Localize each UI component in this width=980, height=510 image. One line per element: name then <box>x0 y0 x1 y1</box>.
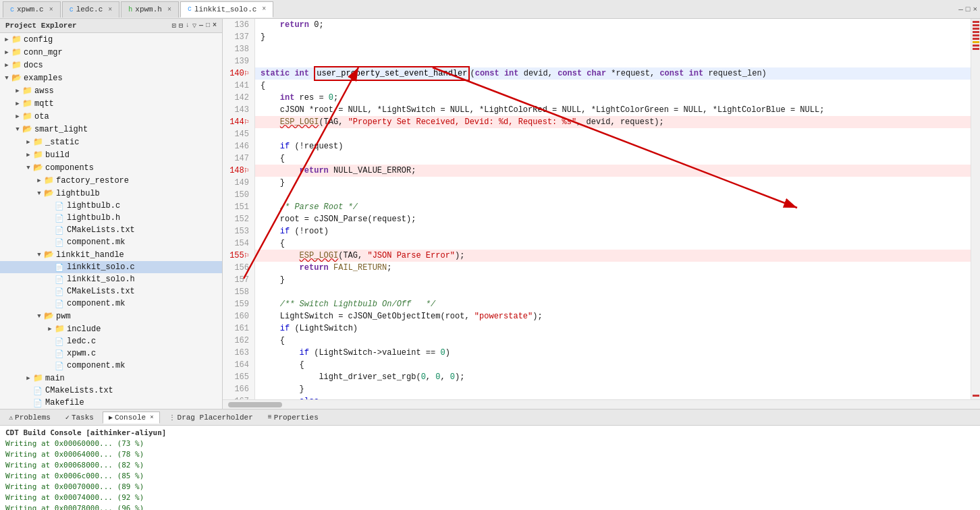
label-cmakelists_lh: CMakeLists.txt <box>67 287 135 296</box>
tab-tasks[interactable]: ✓ Tasks <box>59 412 100 424</box>
console-close-icon[interactable]: × <box>150 414 153 421</box>
sidebar-item-mqtt[interactable]: ▶ 📁 mqtt <box>0 97 222 110</box>
tab-xpwm-h[interactable]: h xpwm.h × <box>121 1 179 18</box>
sidebar-item-linkkit_handle[interactable]: ▼ 📂 linkkit_handle <box>0 248 222 261</box>
sidebar-header: Project Explorer ⊡ ⊟ ↓ ▽ — □ × <box>0 19 222 33</box>
horizontal-scrollbar[interactable] <box>223 399 980 409</box>
sidebar-item-include[interactable]: ▶ 📁 include <box>0 322 222 335</box>
code-line-158 <box>255 286 971 298</box>
ln-136: 136 <box>225 19 249 31</box>
sidebar-item-lightbulb[interactable]: ▼ 📂 lightbulb <box>0 187 222 200</box>
tab-close-linkkit-solo[interactable]: × <box>262 5 266 13</box>
sidebar-icon-2[interactable]: ⊟ <box>179 22 183 30</box>
sidebar-item-cmakelists_lb[interactable]: 📄 CMakeLists.txt <box>0 224 222 236</box>
sidebar-item-linkkit_solo_c[interactable]: 📄 linkkit_solo.c <box>0 261 222 273</box>
msi-2 <box>973 24 979 26</box>
label-components: components <box>45 163 94 173</box>
label-linkkit_solo_c: linkkit_solo.c <box>67 262 135 272</box>
console-line-6: Writing at 0x00078000... (96 %) <box>5 503 975 510</box>
code-line-141: { <box>255 80 971 92</box>
sidebar-icon-7[interactable]: × <box>213 22 217 30</box>
tab-close-xpwm-h[interactable]: × <box>167 6 171 13</box>
ln-138: 138 <box>225 43 249 55</box>
sidebar-item-linkkit_solo_h[interactable]: 📄 linkkit_solo.h <box>0 273 222 285</box>
arrow-components: ▼ <box>24 165 32 171</box>
sidebar-icon-4[interactable]: ▽ <box>192 22 196 30</box>
code-line-156: return FAIL_RETURN; <box>255 262 971 274</box>
sidebar-item-pwm[interactable]: ▼ 📂 pwm <box>0 310 222 322</box>
ln-137: 137 <box>225 31 249 43</box>
tab-icon-xpwm-c: c <box>10 6 14 13</box>
mini-scrollbar[interactable] <box>971 19 980 399</box>
tab-minimize-icon[interactable]: — <box>958 5 963 13</box>
tab-drag[interactable]: ⋮ Drag Placerholder <box>163 412 259 424</box>
sidebar-item-lightbulb_h[interactable]: 📄 lightbulb.h <box>0 212 222 224</box>
label-factory_restore: factory_restore <box>56 176 129 186</box>
arrow-smart_light: ▼ <box>13 126 22 133</box>
tab-close-icon[interactable]: × <box>973 5 977 13</box>
sidebar-item-conn_mgr[interactable]: ▶ 📁 conn_mgr <box>0 46 222 59</box>
tab-console-label: Console <box>115 414 146 422</box>
label-mqtt: mqtt <box>34 99 54 109</box>
label-linkkit_handle: linkkit_handle <box>56 250 124 260</box>
tab-maximize-icon[interactable]: □ <box>966 5 971 13</box>
msi-9 <box>973 48 979 50</box>
tab-problems[interactable]: ⚠ Problems <box>3 412 57 424</box>
folder-icon-awss: 📁 <box>22 86 32 96</box>
folder-icon-factory_restore: 📁 <box>43 175 54 186</box>
folder-icon-config: 📁 <box>11 34 22 45</box>
arrow-pwm: ▼ <box>35 313 43 320</box>
sidebar-item-makefile[interactable]: 📄 Makefile <box>0 397 222 409</box>
sidebar-icon-1[interactable]: ⊡ <box>172 22 176 30</box>
sidebar-item-factory_restore[interactable]: ▶ 📁 factory_restore <box>0 174 222 187</box>
sidebar-item-cmakelists_sl[interactable]: 📄 CMakeLists.txt <box>0 385 222 397</box>
code-line-155: ESP_LOGI(TAG, "JSON Parse Error"); <box>255 250 971 262</box>
code-line-136: return 0; <box>255 19 971 31</box>
tab-ledc-c[interactable]: c ledc.c × <box>62 1 120 18</box>
sidebar-item-config[interactable]: ▶ 📁 config <box>0 33 222 46</box>
label-lightbulb: lightbulb <box>56 189 100 198</box>
file-icon-cmakelists_lh: 📄 <box>54 287 65 296</box>
sidebar-icon-5[interactable]: — <box>199 22 203 30</box>
sidebar-item-ledc_c[interactable]: 📄 ledc.c <box>0 335 222 347</box>
code-area[interactable]: 136 137 138 139 140⚐ 141 142 143 144⚐ 14… <box>223 19 980 399</box>
file-icon-makefile: 📄 <box>32 399 43 407</box>
code-line-150 <box>255 189 971 201</box>
sidebar-item-xpwm_c[interactable]: 📄 xpwm.c <box>0 347 222 360</box>
sidebar-item-docs[interactable]: ▶ 📁 docs <box>0 59 222 72</box>
label-_static: _static <box>45 138 79 147</box>
sidebar-item-smart_light[interactable]: ▼ 📂 smart_light <box>0 123 222 136</box>
ln-139: 139 <box>225 55 249 67</box>
properties-icon: ≡ <box>268 414 272 421</box>
folder-icon-ota: 📁 <box>22 111 32 121</box>
sidebar-item-_static[interactable]: ▶ 📁 _static <box>0 136 222 148</box>
sidebar-item-component_lb[interactable]: 📄 component.mk <box>0 236 222 248</box>
sidebar-item-awss[interactable]: ▶ 📁 awss <box>0 84 222 97</box>
label-component_lh: component.mk <box>67 299 125 308</box>
sidebar-item-component_lh[interactable]: 📄 component.mk <box>0 298 222 310</box>
sidebar-icon-6[interactable]: □ <box>206 22 210 30</box>
sidebar-item-cmakelists_lh[interactable]: 📄 CMakeLists.txt <box>0 285 222 298</box>
folder-icon-lightbulb: 📂 <box>43 188 54 198</box>
sidebar-item-ota[interactable]: ▶ 📁 ota <box>0 110 222 123</box>
tab-console[interactable]: ▶ Console × <box>103 412 160 424</box>
sidebar-item-build[interactable]: ▶ 📁 build <box>0 148 222 161</box>
tab-xpwm-c[interactable]: c xpwm.c × <box>3 1 61 18</box>
code-line-138 <box>255 43 971 55</box>
sidebar-item-main[interactable]: ▶ 📁 main <box>0 372 222 385</box>
sidebar-icon-3[interactable]: ↓ <box>186 22 190 30</box>
tab-linkkit-solo[interactable]: c linkkit_solo.c × <box>180 1 273 18</box>
sidebar-item-lightbulb_c[interactable]: 📄 lightbulb.c <box>0 200 222 212</box>
line-numbers: 136 137 138 139 140⚐ 141 142 143 144⚐ 14… <box>223 19 255 399</box>
ln-155: 155⚐ <box>225 250 249 262</box>
sidebar-item-examples[interactable]: ▼ 📂 examples <box>0 72 222 84</box>
tab-label-ledc-c: ledc.c <box>76 5 103 13</box>
ln-158: 158 <box>225 286 249 298</box>
code-line-161: if (LightSwitch) <box>255 322 971 335</box>
sidebar-item-components[interactable]: ▼ 📂 components <box>0 161 222 174</box>
sidebar-item-component_pwm[interactable]: 📄 component.mk <box>0 360 222 372</box>
tab-close-xpwm-c[interactable]: × <box>49 6 53 13</box>
tab-close-ledc-c[interactable]: × <box>108 6 112 13</box>
bottom-tab-bar: ⚠ Problems ✓ Tasks ▶ Console × ⋮ Drag Pl… <box>0 409 980 426</box>
tab-properties[interactable]: ≡ Properties <box>262 412 325 424</box>
